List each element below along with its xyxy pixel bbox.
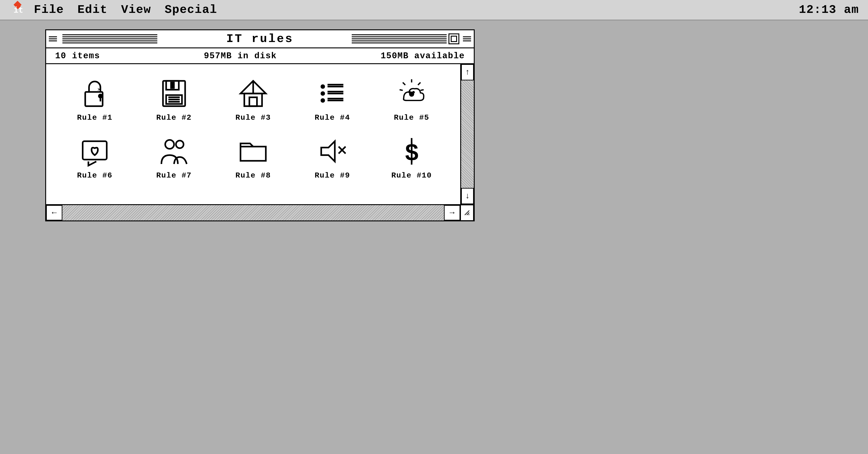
scroll-right-button[interactable]: [444, 205, 460, 221]
icon-item-rule1[interactable]: ✕ Rule #1: [55, 78, 134, 122]
disk-usage: 957MB in disk: [100, 51, 381, 61]
icon-item-rule5[interactable]: Rule #5: [372, 78, 451, 122]
app-logo-icon: it: [9, 1, 27, 19]
list-icon: [316, 78, 348, 109]
icon-label-rule9: Rule #9: [315, 171, 350, 180]
zoom-button[interactable]: [448, 33, 459, 44]
svg-point-24: [321, 98, 325, 103]
mute-icon: [316, 135, 348, 167]
svg-line-46: [469, 214, 469, 215]
scroll-down-button[interactable]: [461, 188, 474, 204]
svg-rect-35: [83, 141, 107, 159]
icon-item-rule9[interactable]: Rule #9: [293, 135, 372, 180]
arrow-down-icon: [465, 192, 470, 201]
scroll-track-h[interactable]: [62, 205, 444, 221]
icon-item-rule6[interactable]: Rule #6: [55, 135, 134, 180]
menu-file[interactable]: File: [34, 3, 64, 17]
menu-items: File Edit View Special: [34, 3, 799, 17]
icon-label-rule7: Rule #7: [156, 171, 192, 180]
content-wrapper: ✕ Rule #1 Rule #2: [46, 64, 474, 204]
icon-label-rule2: Rule #2: [156, 114, 192, 122]
icon-item-rule2[interactable]: Rule #2: [134, 78, 213, 122]
scroll-track-v[interactable]: [461, 80, 474, 188]
svg-line-30: [403, 83, 405, 85]
resize-icon: [464, 209, 470, 216]
svg-point-21: [321, 91, 325, 96]
finder-window: IT rules 10 items 957MB in disk 150MB av…: [45, 29, 475, 221]
floppy-icon: [158, 78, 190, 109]
titlebar-right-controls: [352, 33, 474, 44]
icon-item-rule4[interactable]: Rule #4: [293, 78, 372, 122]
icon-label-rule6: Rule #6: [77, 171, 113, 180]
icon-label-rule1: Rule #1: [77, 114, 113, 122]
svg-text:it: it: [13, 6, 23, 15]
dollar-icon: $: [396, 135, 428, 167]
content-area: ✕ Rule #1 Rule #2: [46, 64, 460, 204]
scroll-corner: [460, 205, 474, 221]
svg-rect-9: [170, 82, 175, 89]
window-title: IT rules: [226, 32, 293, 45]
menu-special[interactable]: Special: [164, 3, 217, 17]
icon-label-rule5: Rule #5: [394, 114, 429, 122]
svg-point-18: [321, 84, 325, 89]
arrow-right-icon: [450, 208, 455, 218]
svg-point-33: [408, 91, 411, 94]
infobar: 10 items 957MB in disk 150MB available: [46, 48, 474, 64]
menubar: it File Edit View Special 12:13 am: [0, 0, 868, 20]
icon-item-rule8[interactable]: Rule #8: [214, 135, 293, 180]
svg-point-4: [99, 94, 102, 98]
titlebar-left-controls: [46, 34, 157, 43]
folder-icon: [237, 135, 269, 167]
titlebar-stripes-right: [352, 34, 447, 43]
scroll-left-button[interactable]: [46, 205, 62, 221]
bug-icon: [396, 78, 428, 109]
horizontal-scrollbar: [46, 204, 474, 221]
scroll-up-button[interactable]: [461, 64, 474, 80]
menu-edit[interactable]: Edit: [78, 3, 107, 17]
icon-grid: ✕ Rule #1 Rule #2: [55, 78, 451, 180]
svg-line-29: [421, 90, 424, 90]
svg-rect-15: [244, 94, 262, 106]
titlebar: IT rules: [46, 30, 474, 48]
svg-line-28: [418, 83, 421, 85]
arrow-left-icon: [52, 208, 57, 218]
icon-label-rule8: Rule #8: [236, 171, 271, 180]
icon-label-rule10: Rule #10: [391, 171, 432, 180]
arrow-up-icon: [465, 68, 470, 77]
icon-label-rule3: Rule #3: [236, 114, 271, 122]
disk-available: 150MB available: [381, 51, 465, 61]
chat-heart-icon: [79, 135, 111, 167]
svg-marker-38: [321, 141, 335, 162]
icon-item-rule7[interactable]: Rule #7: [134, 135, 213, 180]
svg-point-34: [412, 91, 415, 94]
icon-item-rule3[interactable]: Rule #3: [214, 78, 293, 122]
svg-text:✕: ✕: [97, 88, 101, 92]
titlebar-stripes-left: [62, 34, 157, 43]
clock: 12:13 am: [799, 3, 859, 17]
svg-point-36: [165, 140, 174, 149]
items-count: 10 items: [55, 51, 100, 61]
svg-line-31: [400, 90, 403, 90]
menu-view[interactable]: View: [121, 3, 151, 17]
icon-label-rule4: Rule #4: [315, 114, 350, 122]
svg-rect-16: [249, 97, 257, 106]
svg-point-37: [176, 140, 184, 148]
lock-icon: ✕: [79, 78, 111, 109]
vertical-scrollbar: [460, 64, 474, 204]
users-icon: [158, 135, 190, 167]
house-icon: [237, 78, 269, 109]
icon-item-rule10[interactable]: $ Rule #10: [372, 135, 451, 180]
